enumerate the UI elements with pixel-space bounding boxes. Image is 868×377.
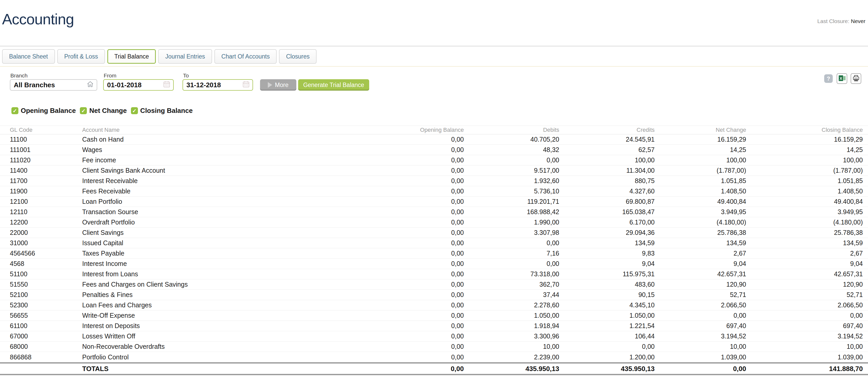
gl-code: 56655: [10, 312, 82, 319]
closing-balance: 52,71: [746, 291, 863, 299]
net-change: 2,67: [655, 250, 746, 257]
toggle-label: Closing Balance: [140, 107, 193, 115]
totals-opening-balance: 0,00: [367, 365, 464, 373]
credits: 483,60: [559, 281, 655, 288]
gl-code: 51100: [10, 270, 82, 278]
more-button[interactable]: More: [260, 79, 296, 91]
account-name: Loan Portfolio: [82, 198, 367, 205]
column-header-net-change: Net Change: [655, 127, 746, 133]
tab-profit-loss[interactable]: Profit & Loss: [57, 49, 105, 64]
opening-balance: 0,00: [367, 270, 464, 278]
branch-select[interactable]: All Branches: [10, 79, 97, 91]
table-row: 52300Loan Fees and Charges0,002.278,604.…: [0, 300, 868, 310]
debits: 3.307,98: [464, 229, 559, 236]
header-divider: [0, 46, 868, 46]
last-closure-value: Never: [851, 18, 865, 24]
help-icon[interactable]: ?: [824, 74, 833, 83]
credits: 4.345,10: [559, 301, 655, 309]
account-name: Issued Capital: [82, 239, 367, 247]
credits: 90,15: [559, 291, 655, 299]
to-date-input[interactable]: 31-12-2018: [183, 79, 253, 91]
tab-balance-sheet[interactable]: Balance Sheet: [2, 49, 55, 64]
print-button[interactable]: [850, 73, 861, 84]
checkbox-icon[interactable]: ✓: [131, 107, 138, 114]
credits: 0,00: [559, 343, 655, 350]
opening-balance: 0,00: [367, 208, 464, 216]
debits: 1.918,94: [464, 322, 559, 330]
column-header-gl-code: GL Code: [10, 127, 82, 133]
toggle-opening-balance[interactable]: ✓Opening Balance: [11, 107, 76, 115]
table-row: 51550Fees and Charges on Client Savings0…: [0, 279, 868, 290]
table-row: 56655Write-Off Expense0,001.050,001.050,…: [0, 310, 868, 321]
play-arrow-icon: [268, 82, 272, 88]
checkbox-icon[interactable]: ✓: [80, 107, 87, 114]
toggle-label: Opening Balance: [21, 107, 76, 115]
debits: 0,00: [464, 239, 559, 247]
closing-balance: 2.066,50: [746, 301, 863, 309]
net-change: (1.787,00): [655, 167, 746, 174]
generate-trial-balance-button[interactable]: Generate Trial Balance: [298, 79, 369, 91]
excel-icon: X: [838, 74, 846, 83]
table-row: 61100Interest on Deposits0,001.918,941.2…: [0, 321, 868, 331]
checkbox-icon[interactable]: ✓: [11, 107, 19, 114]
tab-chart-of-accounts[interactable]: Chart Of Accounts: [214, 49, 277, 64]
debits: 119.201,71: [464, 198, 559, 205]
column-header-credits: Credits: [559, 127, 655, 133]
closing-balance: (1.787,00): [746, 167, 863, 174]
credits: 62,57: [559, 146, 655, 153]
gl-code: 52100: [10, 291, 82, 299]
gl-code: 4568: [10, 260, 82, 268]
credits: 106,44: [559, 333, 655, 340]
closing-balance: 120,90: [746, 281, 863, 288]
gl-code: 11100: [10, 136, 82, 143]
column-header-opening-balance: Opening Balance: [367, 127, 464, 133]
debits: 48,32: [464, 146, 559, 153]
opening-balance: 0,00: [367, 239, 464, 247]
account-name: Loan Fees and Charges: [82, 301, 367, 309]
closing-balance: 1.051,85: [746, 177, 863, 184]
tab-trial-balance[interactable]: Trial Balance: [107, 49, 156, 64]
closing-balance: (4.180,00): [746, 218, 863, 226]
net-change: 100,00: [655, 157, 746, 164]
table-row: 111020Fee income0,000,00100,00100,00100,…: [0, 155, 868, 166]
gl-code: 61100: [10, 322, 82, 330]
excel-export-button[interactable]: X: [837, 73, 847, 84]
table-row: 111001Wages0,0048,3262,5714,2514,25: [0, 145, 868, 155]
toggle-net-change[interactable]: ✓Net Change: [80, 107, 126, 115]
gl-code: 52300: [10, 301, 82, 309]
column-header-closing-balance: Closing Balance: [746, 127, 863, 133]
tab-journal-entries[interactable]: Journal Entries: [158, 49, 212, 64]
debits: 40.705,20: [464, 136, 559, 143]
credits: 6.170,00: [559, 218, 655, 226]
accounting-page: Accounting Last Closure: Never Balance S…: [0, 0, 868, 377]
debits: 37,44: [464, 291, 559, 299]
gl-code: 11400: [10, 167, 82, 174]
credits: 100,00: [559, 157, 655, 164]
account-name: Interest Income: [82, 260, 367, 268]
from-date-input[interactable]: 01-01-2018: [103, 79, 174, 91]
to-label: To: [183, 72, 189, 79]
opening-balance: 0,00: [367, 301, 464, 309]
table-row: 12100Loan Portfolio0,00119.201,7169.800,…: [0, 197, 868, 207]
toggle-closing-balance[interactable]: ✓Closing Balance: [131, 107, 193, 115]
credits: 11.304,00: [559, 167, 655, 174]
table-row: 866868Portfolio Control0,002.239,001.200…: [0, 352, 868, 362]
credits: 1.050,00: [559, 312, 655, 319]
account-name: Interest on Deposits: [82, 322, 367, 330]
closing-balance: 42.657,31: [746, 270, 863, 278]
gl-code: 866868: [10, 353, 82, 361]
table-row: 68000Non-Recoverable Overdrafts0,0010,00…: [0, 342, 868, 352]
closing-balance: 25.786,38: [746, 229, 863, 236]
closing-balance: 3.949,95: [746, 208, 863, 216]
tab-closures[interactable]: Closures: [279, 49, 316, 64]
account-name: Write-Off Expense: [82, 312, 367, 319]
account-name: Losses Written Off: [82, 333, 367, 340]
opening-balance: 0,00: [367, 167, 464, 174]
closing-balance: 3.194,52: [746, 333, 863, 340]
gl-code: 67000: [10, 333, 82, 340]
account-name: Wages: [82, 146, 367, 153]
column-header-debits: Debits: [464, 127, 559, 133]
gl-code: 51550: [10, 281, 82, 288]
column-header-account-name: Account Name: [82, 127, 367, 133]
debits: 7,16: [464, 250, 559, 257]
